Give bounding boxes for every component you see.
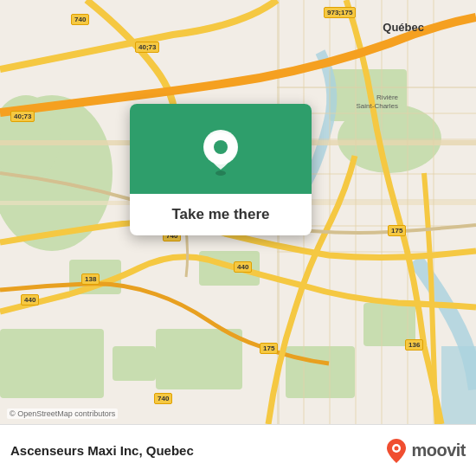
road-label-175-right: 175 xyxy=(388,225,406,236)
bottom-bar: Ascenseurs Maxi Inc, Quebec moovit xyxy=(0,424,476,476)
moovit-logo-text: moovit xyxy=(411,441,466,460)
svg-rect-7 xyxy=(286,346,355,398)
svg-rect-11 xyxy=(113,346,156,381)
svg-rect-6 xyxy=(156,329,242,389)
take-me-there-button[interactable]: Take me there xyxy=(154,194,286,235)
svg-point-30 xyxy=(215,170,226,176)
road-label-40-73-left: 40;73 xyxy=(10,111,35,122)
svg-point-33 xyxy=(395,446,399,450)
svg-rect-12 xyxy=(441,346,476,424)
road-label-973: 973;175 xyxy=(324,7,356,18)
road-label-740-top: 740 xyxy=(71,14,89,25)
road-label-138: 138 xyxy=(81,273,100,285)
road-label-175-bottom: 175 xyxy=(260,343,278,354)
moovit-pin-icon xyxy=(385,437,408,465)
place-label-quebec: Québec xyxy=(383,21,424,34)
svg-rect-18 xyxy=(355,0,357,424)
svg-rect-19 xyxy=(381,0,383,424)
road-label-740-bottom: 740 xyxy=(154,393,172,404)
river-label: RivièreSaint-Charles xyxy=(357,93,398,112)
card-header xyxy=(130,104,312,194)
svg-rect-5 xyxy=(0,329,104,398)
road-label-40-73-top: 40;73 xyxy=(135,42,159,53)
svg-rect-22 xyxy=(277,87,476,88)
map-area: 740 973;175 40;73 40;73 138 740 440 440 … xyxy=(0,0,476,424)
map-attribution: © OpenStreetMap contributors xyxy=(7,408,118,419)
location-pin-icon xyxy=(199,128,242,177)
road-label-136: 136 xyxy=(405,339,423,351)
svg-point-31 xyxy=(214,140,228,154)
moovit-logo: moovit xyxy=(385,437,466,465)
navigation-card: Take me there xyxy=(130,104,312,235)
road-label-440-left: 440 xyxy=(21,294,39,306)
svg-rect-20 xyxy=(407,0,408,424)
road-label-440-mid: 440 xyxy=(234,261,252,273)
